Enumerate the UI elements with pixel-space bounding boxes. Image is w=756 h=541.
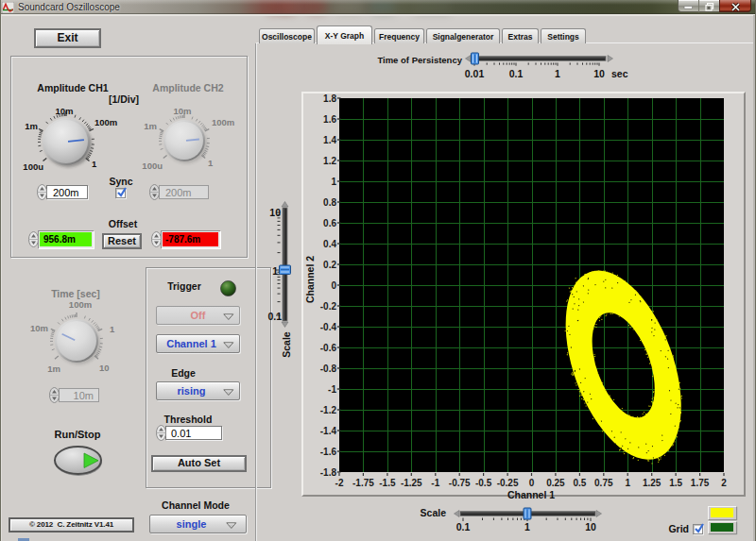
svg-text:-1: -1: [328, 384, 336, 395]
svg-text:0.2: 0.2: [323, 260, 336, 270]
svg-text:2: 2: [721, 478, 727, 488]
svg-text:-2: -2: [335, 478, 344, 488]
svg-text:-0.25: -0.25: [497, 478, 519, 488]
svg-text:1.25: 1.25: [643, 478, 662, 488]
svg-text:-0.2: -0.2: [320, 301, 337, 312]
svg-text:-0.5: -0.5: [475, 478, 492, 488]
svg-text:-1: -1: [431, 478, 439, 488]
svg-text:0.6: 0.6: [323, 218, 336, 228]
svg-text:1.8: 1.8: [323, 93, 336, 104]
svg-text:-0.75: -0.75: [449, 478, 471, 488]
svg-text:1.6: 1.6: [323, 114, 336, 125]
svg-text:1.4: 1.4: [323, 135, 336, 145]
svg-text:1.2: 1.2: [323, 156, 336, 166]
svg-text:-0.8: -0.8: [320, 363, 337, 374]
svg-text:-1.75: -1.75: [352, 478, 374, 488]
svg-text:1: 1: [625, 478, 630, 488]
svg-text:0.4: 0.4: [323, 239, 336, 249]
svg-text:-0.4: -0.4: [320, 322, 337, 332]
svg-text:-1.5: -1.5: [379, 478, 396, 488]
svg-text:-1.6: -1.6: [320, 447, 337, 457]
svg-text:0.75: 0.75: [594, 478, 613, 488]
svg-text:0.8: 0.8: [323, 197, 336, 208]
svg-text:0: 0: [331, 280, 336, 291]
svg-text:1.5: 1.5: [669, 478, 682, 488]
svg-text:1.75: 1.75: [691, 478, 710, 488]
svg-text:-1.2: -1.2: [320, 405, 337, 415]
svg-text:-1.4: -1.4: [320, 426, 337, 436]
svg-text:-0.6: -0.6: [320, 343, 337, 353]
svg-text:0.25: 0.25: [546, 478, 565, 488]
svg-text:1: 1: [331, 177, 336, 187]
svg-text:0: 0: [529, 478, 535, 488]
svg-text:0.5: 0.5: [573, 478, 586, 488]
svg-text:-1.25: -1.25: [401, 478, 422, 488]
